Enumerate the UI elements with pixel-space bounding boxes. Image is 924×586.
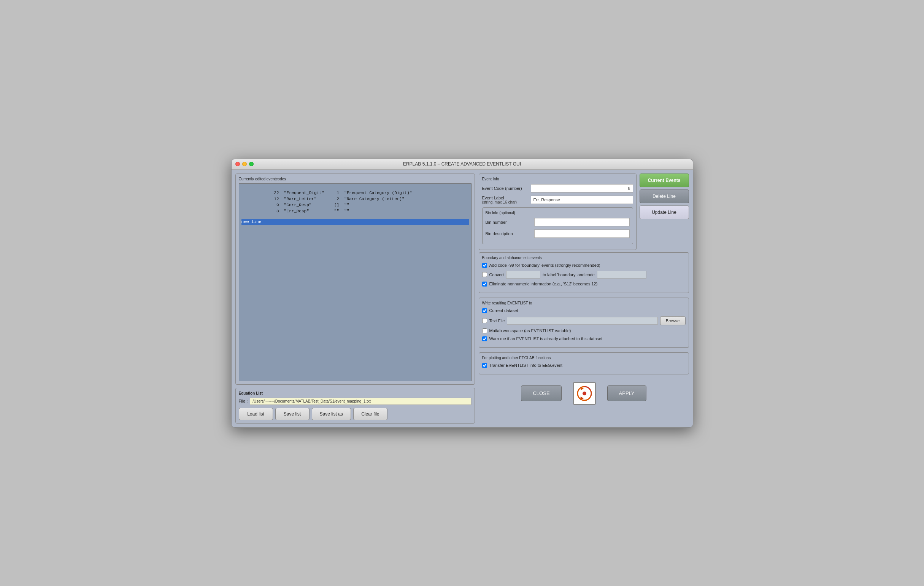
warn-row: Warn me if an EVENTLIST is already attac… [482,336,686,341]
text-file-checkbox[interactable] [482,318,487,323]
bin-info-group: Bin Info (optional) Bin number Bin descr… [482,207,633,244]
help-icon-button[interactable] [573,382,596,405]
code-line-2[interactable]: 12 "Rare_Letter" 2 "Rare Category (Lette… [267,197,404,201]
event-label-label: Event Label [482,195,528,200]
file-row: File : /Users/·········/Documents/MATLAB… [239,398,472,405]
convert-to-label: to label 'boundary' and code [543,272,595,277]
convert-row: Convert to label 'boundary' and code [482,271,686,278]
update-line-button[interactable]: Update Line [640,205,689,219]
eliminate-checkbox[interactable] [482,281,487,286]
current-dataset-checkbox[interactable] [482,308,487,313]
code-line-3[interactable]: 9 "Corr_Resp" [] "" [267,203,350,207]
file-path: /Users/·········/Documents/MATLAB/Test_D… [250,398,471,405]
svg-point-3 [582,392,586,396]
equation-buttons: Load list Save list Save list as Clear f… [239,408,472,420]
title-bar: ERPLAB 5.1.1.0 – CREATE ADVANCED EVENTLI… [231,159,693,170]
event-label-input[interactable] [531,195,633,204]
right-top: Event Info Event Code (number) Event Lab… [479,174,689,250]
minimize-traffic-light[interactable] [242,162,247,166]
help-icon-svg [575,384,594,403]
bin-desc-row: Bin description [485,230,630,238]
boundary-label: Boundary and alphanumeric events [482,256,686,260]
eventcodes-group: Currently edited eventcodes 22 "Frequent… [235,174,475,385]
close-traffic-light[interactable] [235,162,240,166]
matlab-workspace-label: Matlab workspace (as EVENTLIST variable) [489,328,571,333]
eliminate-row: Eliminate nonnumeric information (e.g., … [482,281,686,286]
save-list-button[interactable]: Save list [275,408,310,420]
convert-to-input[interactable] [597,271,647,278]
action-buttons: Current Events Delete Line Update Line [640,174,689,219]
matlab-workspace-checkbox[interactable] [482,328,487,333]
eventcodes-label: Currently edited eventcodes [239,177,472,181]
clear-file-button[interactable]: Clear file [353,408,388,420]
svg-marker-0 [593,394,594,399]
current-events-button[interactable]: Current Events [640,174,689,187]
bin-number-label: Bin number [485,220,531,225]
event-label-sublabel: (string, max 16 char) [482,200,528,204]
warn-label: Warn me if an EVENTLIST is already attac… [489,336,603,341]
load-list-button[interactable]: Load list [239,408,273,420]
event-code-input[interactable] [531,184,633,192]
bin-number-input[interactable] [534,218,630,227]
convert-label: Convert [489,272,504,277]
add-code-checkbox[interactable] [482,263,487,268]
plot-group: For plotting and other EEGLAB functions … [479,353,689,374]
write-group: Write resulting EVENTLIST to Current dat… [479,298,689,348]
delete-line-button[interactable]: Delete Line [640,189,689,203]
bottom-buttons: CLOSE [479,379,689,408]
code-line-5-selected[interactable]: new line [241,219,469,225]
code-line-4[interactable]: 8 "Err_Resp" "" "" [267,209,350,214]
matlab-workspace-row: Matlab workspace (as EVENTLIST variable) [482,328,686,333]
plot-label: For plotting and other EEGLAB functions [482,356,686,360]
convert-checkbox[interactable] [482,272,487,277]
convert-from-input[interactable] [506,271,540,278]
add-code-label: Add code -99 for 'boundary' events (stro… [489,263,601,268]
bin-desc-label: Bin description [485,231,531,236]
bin-number-row: Bin number [485,218,630,227]
right-panel: Event Info Event Code (number) Event Lab… [479,174,689,424]
event-info-group: Event Info Event Code (number) Event Lab… [479,174,637,250]
apply-button[interactable]: APPLY [607,386,647,401]
transfer-row: Transfer EVENTLIST info to EEG.event [482,363,686,368]
event-code-row: Event Code (number) [482,184,633,192]
maximize-traffic-light[interactable] [249,162,254,166]
save-list-as-button[interactable]: Save list as [312,408,351,420]
text-file-path-input[interactable] [507,317,657,324]
traffic-lights [235,162,254,166]
current-dataset-label: Current dataset [489,308,518,313]
warn-checkbox[interactable] [482,336,487,341]
transfer-checkbox[interactable] [482,363,487,368]
current-dataset-row: Current dataset [482,308,686,313]
equation-list-group: Equation List File : /Users/·········/Do… [235,388,475,424]
bin-info-label: Bin Info (optional) [485,211,630,215]
text-file-row: Text File Browse [482,316,686,325]
write-label: Write resulting EVENTLIST to [482,301,686,305]
add-code-row: Add code -99 for 'boundary' events (stro… [482,263,686,268]
close-button[interactable]: CLOSE [521,386,561,401]
file-label: File : [239,399,248,403]
boundary-group: Boundary and alphanumeric events Add cod… [479,252,689,293]
main-window: ERPLAB 5.1.1.0 – CREATE ADVANCED EVENTLI… [231,159,693,428]
eliminate-label: Eliminate nonnumeric information (e.g., … [489,281,598,286]
window-title: ERPLAB 5.1.1.0 – CREATE ADVANCED EVENTLI… [403,161,521,167]
event-info-label: Event Info [482,177,633,181]
event-label-row: Event Label (string, max 16 char) [482,195,633,204]
bin-desc-input[interactable] [534,230,630,238]
text-file-label: Text File [489,318,505,323]
left-panel: Currently edited eventcodes 22 "Frequent… [235,174,475,424]
code-line-1[interactable]: 22 "Frequent_Digit" 1 "Frequent Category… [267,190,412,195]
transfer-label: Transfer EVENTLIST info to EEG.event [489,363,563,367]
main-content: Currently edited eventcodes 22 "Frequent… [231,170,693,427]
code-area[interactable]: 22 "Frequent_Digit" 1 "Frequent Category… [239,184,472,381]
event-code-label: Event Code (number) [482,186,528,190]
equation-list-label: Equation List [239,391,472,396]
browse-button[interactable]: Browse [660,316,686,325]
